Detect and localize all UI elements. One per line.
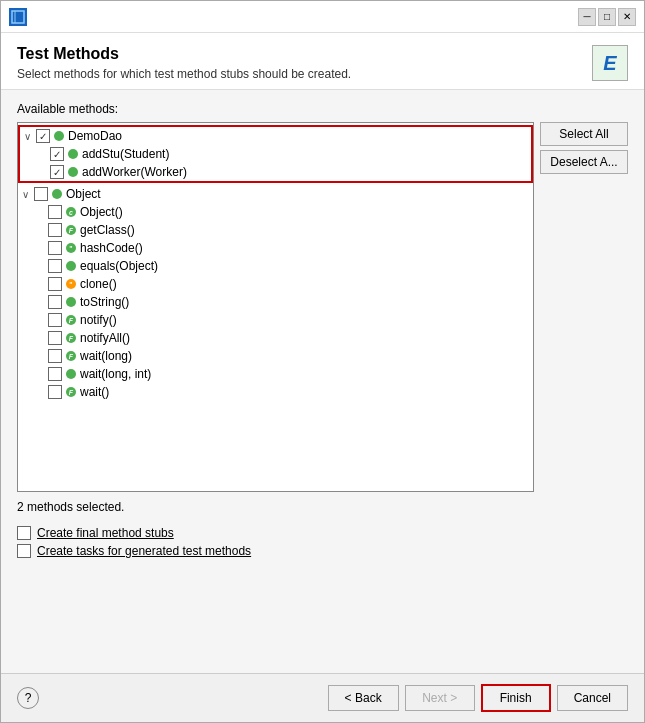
- tree-item-notifyall[interactable]: F notifyAll(): [32, 329, 533, 347]
- tree-item-tostring[interactable]: toString(): [32, 293, 533, 311]
- dot-icon-wait-long-int: [66, 369, 76, 379]
- maximize-button[interactable]: □: [598, 8, 616, 26]
- expand-arrow-clone: [36, 279, 48, 290]
- dot-icon-notify: F: [66, 315, 76, 325]
- dot-icon-equals: [66, 261, 76, 271]
- checkbox-addworker[interactable]: [50, 165, 64, 179]
- checkbox-clone[interactable]: [48, 277, 62, 291]
- label-wait-long: wait(long): [80, 349, 132, 363]
- dot-icon-addworker: [68, 167, 78, 177]
- label-equals: equals(Object): [80, 259, 158, 273]
- page-subtitle: Select methods for which test method stu…: [17, 67, 584, 81]
- expand-arrow-wait-long-int: [36, 369, 48, 380]
- checkbox-addstu[interactable]: [50, 147, 64, 161]
- expand-arrow-addstu: [38, 149, 50, 160]
- status-text: 2 methods selected.: [17, 500, 628, 514]
- tree-item-object-ctor[interactable]: c Object(): [32, 203, 533, 221]
- close-button[interactable]: ✕: [618, 8, 636, 26]
- label-wait-long-int: wait(long, int): [80, 367, 151, 381]
- checkbox-wait[interactable]: [48, 385, 62, 399]
- dialog: ─ □ ✕ Test Methods Select methods for wh…: [0, 0, 645, 723]
- tree-item-equals[interactable]: equals(Object): [32, 257, 533, 275]
- content-area: Available methods: ∨ DemoDao: [1, 90, 644, 673]
- dot-icon-wait: F: [66, 387, 76, 397]
- expand-arrow-demodao: ∨: [24, 131, 36, 142]
- checkbox-tostring[interactable]: [48, 295, 62, 309]
- expand-arrow-hashcode: [36, 243, 48, 254]
- app-icon: [9, 8, 27, 26]
- expand-arrow-wait-long: [36, 351, 48, 362]
- expand-arrow-wait: [36, 387, 48, 398]
- tree-item-clone[interactable]: " clone(): [32, 275, 533, 293]
- dot-icon-clone: ": [66, 279, 76, 289]
- expand-arrow-tostring: [36, 297, 48, 308]
- dot-icon-wait-long: F: [66, 351, 76, 361]
- checkbox-getclass[interactable]: [48, 223, 62, 237]
- tree-item-getclass[interactable]: F getClass(): [32, 221, 533, 239]
- deselect-all-button[interactable]: Deselect A...: [540, 150, 628, 174]
- tree-item-object[interactable]: ∨ Object: [18, 185, 533, 203]
- tree-item-notify[interactable]: F notify(): [32, 311, 533, 329]
- expand-arrow-object: ∨: [22, 189, 34, 200]
- checkbox-demodao[interactable]: [36, 129, 50, 143]
- tree-item-addworker[interactable]: addWorker(Worker): [34, 163, 531, 181]
- top-bar: ─ □ ✕: [1, 1, 644, 33]
- checkbox-wait-long[interactable]: [48, 349, 62, 363]
- tree-item-demodao[interactable]: ∨ DemoDao: [20, 127, 531, 145]
- top-bar-left: [9, 8, 27, 26]
- side-buttons: Select All Deselect A...: [540, 122, 628, 492]
- label-addstu: addStu(Student): [82, 147, 169, 161]
- dot-icon-getclass: F: [66, 225, 76, 235]
- tree-item-addstu[interactable]: addStu(Student): [34, 145, 531, 163]
- label-addworker: addWorker(Worker): [82, 165, 187, 179]
- help-button[interactable]: ?: [17, 687, 39, 709]
- checkbox-wait-long-int[interactable]: [48, 367, 62, 381]
- finish-button[interactable]: Finish: [481, 684, 551, 712]
- label-hashcode: hashCode(): [80, 241, 143, 255]
- top-bar-right: ─ □ ✕: [578, 8, 636, 26]
- option-row-tasks: Create tasks for generated test methods: [17, 544, 628, 558]
- bottom-bar: ? < Back Next > Finish Cancel: [1, 673, 644, 722]
- cancel-button[interactable]: Cancel: [557, 685, 628, 711]
- label-demodao: DemoDao: [68, 129, 122, 143]
- tree-item-wait-long-int[interactable]: wait(long, int): [32, 365, 533, 383]
- eclipse-icon: E: [603, 53, 616, 73]
- label-clone: clone(): [80, 277, 117, 291]
- tree-item-wait-long[interactable]: F wait(long): [32, 347, 533, 365]
- label-notify: notify(): [80, 313, 117, 327]
- label-wait: wait(): [80, 385, 109, 399]
- expand-arrow-notifyall: [36, 333, 48, 344]
- checkbox-notifyall[interactable]: [48, 331, 62, 345]
- checkbox-hashcode[interactable]: [48, 241, 62, 255]
- label-notifyall: notifyAll(): [80, 331, 130, 345]
- tree-container[interactable]: ∨ DemoDao addStu(Student): [17, 122, 534, 492]
- back-button[interactable]: < Back: [328, 685, 399, 711]
- dot-icon-notifyall: F: [66, 333, 76, 343]
- dot-icon-ctor: c: [66, 207, 76, 217]
- dot-icon-tostring: [66, 297, 76, 307]
- minimize-button[interactable]: ─: [578, 8, 596, 26]
- checkbox-final-stubs[interactable]: [17, 526, 31, 540]
- next-button[interactable]: Next >: [405, 685, 475, 711]
- dot-icon-hashcode: ": [66, 243, 76, 253]
- header-icon: E: [592, 45, 628, 81]
- checkbox-equals[interactable]: [48, 259, 62, 273]
- label-final-stubs: Create final method stubs: [37, 526, 174, 540]
- header-text: Test Methods Select methods for which te…: [17, 45, 584, 81]
- tree-item-wait[interactable]: F wait(): [32, 383, 533, 401]
- label-getclass: getClass(): [80, 223, 135, 237]
- checkbox-tasks[interactable]: [17, 544, 31, 558]
- options-area: Create final method stubs Create tasks f…: [17, 526, 628, 558]
- methods-area: ∨ DemoDao addStu(Student): [17, 122, 628, 492]
- expand-arrow-equals: [36, 261, 48, 272]
- label-ctor: Object(): [80, 205, 123, 219]
- select-all-button[interactable]: Select All: [540, 122, 628, 146]
- dot-icon-addstu: [68, 149, 78, 159]
- checkbox-notify[interactable]: [48, 313, 62, 327]
- label-tasks: Create tasks for generated test methods: [37, 544, 251, 558]
- checkbox-ctor[interactable]: [48, 205, 62, 219]
- option-row-final: Create final method stubs: [17, 526, 628, 540]
- page-title: Test Methods: [17, 45, 584, 63]
- checkbox-object[interactable]: [34, 187, 48, 201]
- tree-item-hashcode[interactable]: " hashCode(): [32, 239, 533, 257]
